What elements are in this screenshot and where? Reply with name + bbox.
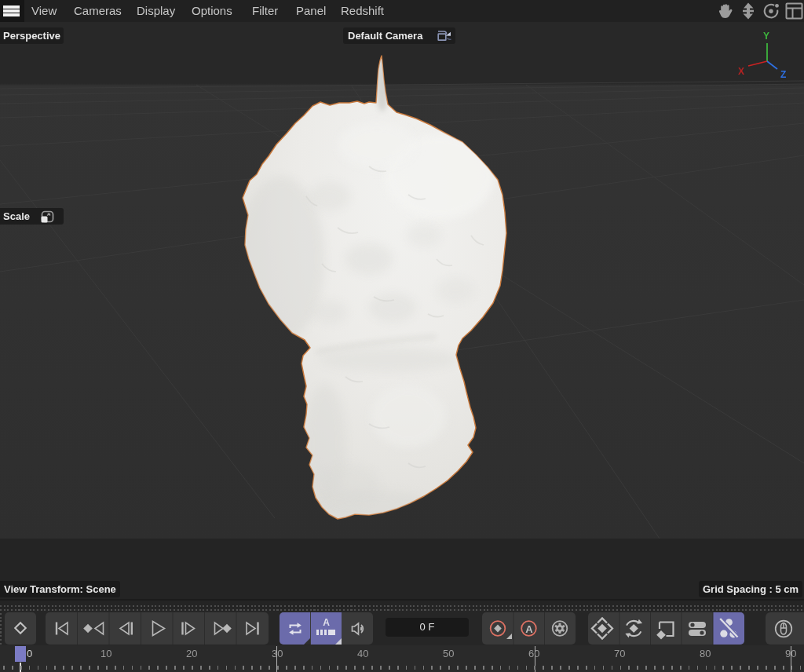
svg-text:Z: Z [780, 69, 786, 80]
svg-text:Y: Y [763, 31, 769, 42]
svg-text:A: A [525, 623, 533, 635]
svg-text:X: X [738, 66, 744, 77]
